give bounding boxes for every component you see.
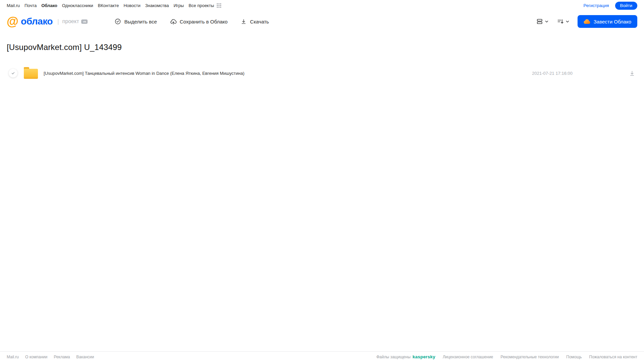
- view-mode-dropdown[interactable]: [536, 18, 549, 25]
- sort-dropdown[interactable]: [557, 18, 569, 25]
- header-right-controls: Завести Облако: [536, 15, 637, 28]
- row-checkbox[interactable]: [9, 69, 17, 77]
- sort-icon: [557, 18, 564, 25]
- create-cloud-button[interactable]: Завести Облако: [578, 15, 637, 28]
- files-protected-label: Файлы защищены: [376, 355, 410, 359]
- footer-link-help[interactable]: Помощь: [566, 355, 582, 359]
- main-content: [UsupovMarket.com] U_143499 [UsupovMarke…: [0, 43, 644, 81]
- topnav-item-news[interactable]: Новости: [123, 3, 140, 8]
- footer-link-about[interactable]: О компании: [25, 355, 47, 359]
- row-download-button[interactable]: [629, 70, 635, 76]
- save-to-cloud-label: Сохранить в Облако: [180, 19, 228, 24]
- registration-link[interactable]: Регистрация: [584, 3, 609, 8]
- footer-link-recommendation-tech[interactable]: Рекомендательные технологии: [501, 355, 559, 359]
- save-to-cloud-button[interactable]: Сохранить в Облако: [170, 18, 228, 25]
- topnav-item-all-projects[interactable]: Все проекты: [189, 3, 214, 8]
- file-date: 2021-07-21 17:16:00: [532, 71, 573, 76]
- footer-link-mailru[interactable]: Mail.ru: [7, 355, 19, 359]
- topnav-item-mailru[interactable]: Mail.ru: [7, 3, 20, 8]
- logo-divider: |: [57, 18, 59, 25]
- download-label: Скачать: [250, 19, 269, 24]
- download-button[interactable]: Скачать: [240, 18, 269, 25]
- at-logo-icon: @: [7, 15, 18, 28]
- topnav-item-cloud[interactable]: Облако: [41, 3, 57, 8]
- toolbar-actions: Выделить все Сохранить в Облако Скачать: [114, 18, 282, 25]
- vk-icon: vk: [81, 19, 88, 24]
- logo-text: облако: [21, 16, 53, 27]
- kaspersky-logo[interactable]: kaspersky: [412, 354, 435, 359]
- footer-link-jobs[interactable]: Вакансии: [76, 355, 94, 359]
- topnav-item-games[interactable]: Игры: [174, 3, 184, 8]
- chevron-down-icon: [565, 19, 569, 23]
- save-to-cloud-icon: [170, 18, 177, 25]
- footer-link-report-content[interactable]: Пожаловаться на контент: [589, 355, 637, 359]
- file-name-link[interactable]: [UsupovMarket.com] Танцевальный интенсив…: [44, 71, 244, 76]
- project-label: проект: [62, 18, 79, 24]
- check-icon: [11, 71, 15, 75]
- footer: Mail.ru О компании Реклама Вакансии Файл…: [0, 351, 644, 362]
- create-cloud-label: Завести Облако: [594, 19, 631, 24]
- topnav-item-mail[interactable]: Почта: [24, 3, 37, 8]
- list-view-icon: [536, 18, 543, 25]
- download-icon: [629, 70, 635, 76]
- download-icon: [240, 18, 247, 25]
- folder-icon: [24, 69, 38, 79]
- topnav-item-odnoklassniki[interactable]: Одноклассники: [62, 3, 93, 8]
- cloud-logo[interactable]: @ облако | проект vk: [7, 15, 88, 28]
- footer-link-license[interactable]: Лицензионное соглашение: [443, 355, 493, 359]
- topnav-item-dating[interactable]: Знакомства: [145, 3, 169, 8]
- select-all-button[interactable]: Выделить все: [114, 18, 157, 25]
- chevron-down-icon: [545, 19, 549, 23]
- cloud-icon: [584, 19, 591, 24]
- app-grid-icon[interactable]: [217, 3, 221, 8]
- select-all-label: Выделить все: [124, 19, 157, 24]
- portal-nav: Mail.ru Почта Облако Одноклассники ВКонт…: [0, 0, 644, 11]
- footer-link-ads[interactable]: Реклама: [54, 355, 70, 359]
- topnav-item-vkontakte[interactable]: ВКонтакте: [98, 3, 119, 8]
- select-all-icon: [114, 18, 121, 25]
- files-protected-note: Файлы защищены kaspersky: [376, 354, 435, 359]
- app-header: @ облако | проект vk Выделить все Сохран…: [0, 11, 644, 32]
- file-row[interactable]: [UsupovMarket.com] Танцевальный интенсив…: [7, 65, 637, 81]
- login-button[interactable]: Войти: [615, 2, 637, 10]
- page-title: [UsupovMarket.com] U_143499: [7, 43, 637, 52]
